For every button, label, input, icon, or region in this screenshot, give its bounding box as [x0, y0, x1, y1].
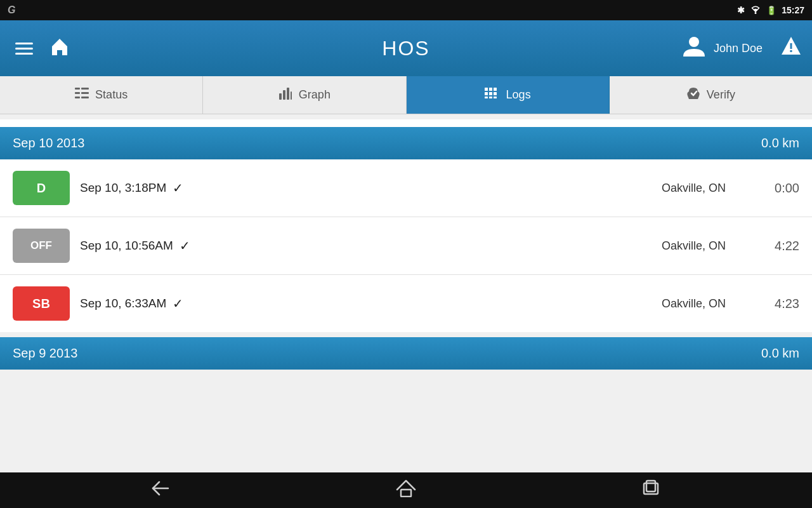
log-datetime-2: Sep 10, 10:56AM ✓: [80, 238, 652, 253]
main-content: Sep 10 2013 0.0 km D Sep 10, 3:18PM ✓ Oa…: [0, 114, 812, 472]
svg-rect-26: [646, 481, 655, 491]
log-date-text-2: Sep 10, 10:56AM: [80, 239, 173, 253]
log-location-1: Oakville, ON: [662, 182, 726, 195]
bottom-nav: [0, 472, 812, 508]
tab-graph[interactable]: Graph: [203, 76, 406, 114]
svg-rect-24: [401, 490, 411, 497]
verify-tab-icon: [686, 86, 700, 104]
log-checkmark-1: ✓: [173, 180, 183, 196]
log-row[interactable]: OFF Sep 10, 10:56AM ✓ Oakville, ON 4:22: [0, 217, 812, 275]
menu-button[interactable]: [10, 37, 38, 60]
tabs-bar: Status Graph: [0, 76, 812, 114]
log-badge-d: D: [13, 171, 70, 205]
log-checkmark-2: ✓: [180, 238, 190, 253]
bluetooth-icon: ✱: [737, 5, 745, 15]
svg-rect-21: [489, 97, 492, 98]
svg-rect-12: [287, 88, 289, 100]
tab-status[interactable]: Status: [0, 76, 203, 114]
log-datetime-3: Sep 10, 6:33AM ✓: [80, 296, 652, 311]
log-badge-off: OFF: [13, 229, 70, 263]
svg-rect-19: [494, 92, 497, 95]
tab-logs-label: Logs: [506, 88, 531, 102]
svg-rect-6: [75, 92, 80, 94]
svg-rect-10: [279, 93, 282, 100]
svg-rect-5: [81, 88, 89, 90]
svg-rect-15: [489, 88, 492, 91]
status-bar: G ✱ 🔋 15:27: [0, 0, 812, 20]
tab-logs[interactable]: Logs: [407, 76, 610, 114]
svg-rect-22: [494, 97, 497, 98]
app-title: HOS: [382, 37, 429, 60]
day-distance-sep10: 0.0 km: [761, 136, 799, 150]
status-tab-icon: [75, 88, 89, 102]
day-distance-sep9: 0.0 km: [761, 346, 799, 361]
log-duration-2: 4:22: [761, 239, 799, 253]
log-duration-3: 4:23: [761, 297, 799, 311]
svg-point-3: [790, 50, 792, 52]
log-duration-1: 0:00: [761, 181, 799, 196]
day-date-sep10: Sep 10 2013: [13, 136, 84, 150]
log-date-text-1: Sep 10, 3:18PM: [80, 181, 166, 195]
header: HOS John Doe: [0, 20, 812, 76]
svg-rect-13: [291, 91, 292, 100]
status-time: 15:27: [782, 5, 804, 15]
log-row[interactable]: SB Sep 10, 6:33AM ✓ Oakville, ON 4:23: [0, 275, 812, 332]
log-row[interactable]: D Sep 10, 3:18PM ✓ Oakville, ON 0:00: [0, 159, 812, 217]
log-group-sep9: Sep 9 2013 0.0 km: [0, 337, 812, 370]
log-date-text-3: Sep 10, 6:33AM: [80, 297, 166, 311]
home-button[interactable]: [43, 30, 76, 67]
home-nav-button[interactable]: [381, 474, 431, 506]
recent-button[interactable]: [626, 474, 677, 506]
svg-rect-14: [485, 88, 488, 91]
log-list-sep10: D Sep 10, 3:18PM ✓ Oakville, ON 0:00 OFF…: [0, 159, 812, 332]
wifi-icon: [750, 5, 761, 16]
header-right: John Doe: [682, 34, 802, 63]
app-icon: G: [8, 4, 15, 16]
svg-rect-20: [485, 97, 488, 98]
user-icon: [682, 34, 706, 63]
log-checkmark-3: ✓: [173, 296, 183, 311]
status-bar-right: ✱ 🔋 15:27: [737, 5, 804, 16]
svg-rect-11: [283, 90, 285, 100]
svg-rect-7: [81, 92, 89, 94]
day-date-sep9: Sep 9 2013: [13, 346, 77, 361]
svg-point-0: [755, 12, 757, 14]
svg-rect-18: [489, 92, 492, 95]
log-badge-sb: SB: [13, 286, 70, 321]
svg-rect-8: [75, 97, 80, 98]
log-datetime-1: Sep 10, 3:18PM ✓: [80, 180, 652, 196]
top-strip: [0, 119, 812, 127]
svg-rect-9: [81, 97, 89, 98]
log-location-3: Oakville, ON: [662, 297, 726, 311]
day-header-sep9[interactable]: Sep 9 2013 0.0 km: [0, 337, 812, 370]
svg-point-1: [689, 37, 699, 47]
tab-verify-label: Verify: [707, 88, 735, 102]
day-header-sep10[interactable]: Sep 10 2013 0.0 km: [0, 127, 812, 159]
log-group-sep10: Sep 10 2013 0.0 km D Sep 10, 3:18PM ✓ Oa…: [0, 127, 812, 332]
svg-rect-4: [75, 88, 80, 90]
svg-rect-2: [790, 43, 792, 49]
battery-icon: 🔋: [766, 6, 776, 15]
alert-icon[interactable]: [780, 36, 802, 62]
tab-status-label: Status: [95, 88, 128, 102]
tab-graph-label: Graph: [299, 88, 331, 102]
username-label: John Doe: [714, 42, 763, 55]
logs-tab-icon: [485, 88, 500, 102]
tab-verify[interactable]: Verify: [610, 76, 812, 114]
graph-tab-icon: [278, 87, 292, 103]
svg-rect-16: [494, 88, 497, 91]
svg-rect-17: [485, 92, 488, 95]
back-button[interactable]: [135, 474, 186, 506]
log-location-2: Oakville, ON: [662, 239, 726, 253]
status-bar-left: G: [8, 4, 15, 16]
